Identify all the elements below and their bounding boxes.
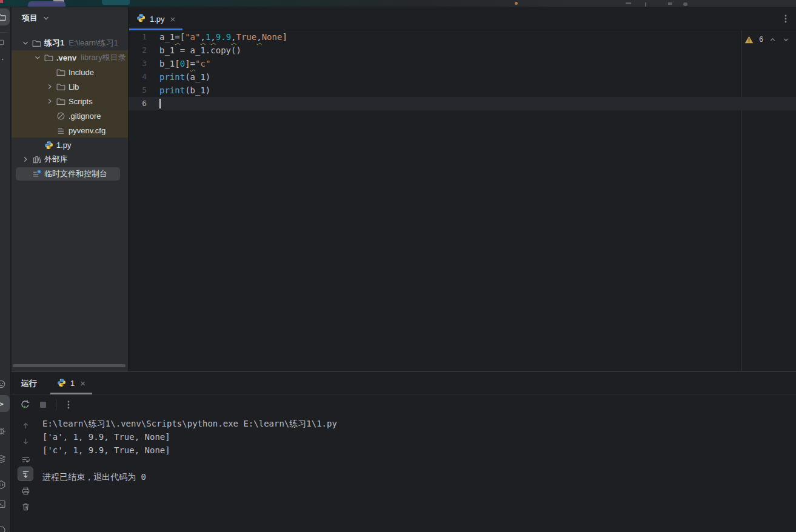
tree-item[interactable]: Include [12, 65, 128, 79]
project-panel-header[interactable]: 项目 [12, 7, 128, 29]
code-line: 1a_1=["a",1,9.9,True,None] [129, 30, 796, 44]
activity-button-services[interactable] [0, 450, 10, 467]
line-number[interactable]: 3 [129, 57, 153, 70]
line-number[interactable]: 4 [129, 70, 153, 84]
activity-button-terminal[interactable] [0, 496, 10, 513]
ab-layers-icon [0, 454, 6, 464]
activity-button-notifications[interactable] [0, 521, 10, 532]
prev-problem-chevron-up-icon[interactable] [769, 36, 777, 44]
divider [0, 32, 8, 33]
tree-item[interactable]: pyvenv.cfg [12, 123, 128, 138]
ab-circle-icon [0, 525, 6, 532]
project-tree: 练习1E:\learn\练习1.venvlibrary根目录IncludeLib… [12, 29, 128, 181]
code-token: "a" [185, 32, 200, 42]
console-output[interactable]: E:\learn\练习1\.venv\Scripts\python.exe E:… [39, 415, 337, 532]
chevron-down-icon[interactable] [42, 14, 50, 22]
run-tab[interactable]: 1 × [50, 372, 92, 394]
run-panel: 运行 1 × E:\learn\练习1\.venv\Scripts\python… [12, 371, 796, 532]
code-token: print [159, 72, 185, 82]
line-number[interactable]: 1 [129, 30, 153, 44]
tree-item-suffix: library根目录 [81, 52, 125, 63]
editor-tab-1py[interactable]: 1.py × [129, 7, 182, 30]
code-token: (b_1) [185, 85, 210, 95]
tree-item[interactable]: Lib [12, 79, 128, 94]
ab-prompt-icon: > [0, 398, 4, 409]
warning-count: 6 [759, 35, 763, 44]
code-line: 2b_1 = a_1.copy() [129, 44, 796, 57]
line-number[interactable]: 2 [129, 44, 153, 57]
editor-options-kebab-icon[interactable] [781, 14, 790, 24]
chevron-right-icon[interactable] [44, 97, 55, 105]
tree-item[interactable]: 1.py [12, 138, 128, 152]
arrow-down-icon[interactable] [18, 434, 33, 448]
activity-button-more-tools[interactable] [0, 51, 10, 68]
code-text: b_1[0]="c" [153, 57, 210, 70]
toolbar-artifact [626, 2, 631, 4]
next-problem-chevron-down-icon[interactable] [782, 36, 790, 44]
activity-bar: > [0, 7, 11, 532]
tree-item-label: Include [69, 68, 94, 77]
console-line: 进程已结束，退出代码为 0 [42, 470, 337, 484]
folder-icon [55, 97, 66, 106]
chevron-down-icon[interactable] [32, 53, 43, 62]
console-gutter [12, 415, 39, 532]
console: E:\learn\练习1\.venv\Scripts\python.exe E:… [12, 415, 796, 532]
editor-tabbar: 1.py × [129, 7, 796, 30]
folder-icon [43, 53, 54, 62]
code-token: 9.9 [216, 32, 231, 42]
horizontal-scrollbar[interactable] [13, 364, 125, 367]
rerun-icon[interactable] [20, 399, 30, 410]
library-icon [31, 155, 42, 164]
scrollend-icon[interactable] [18, 467, 33, 480]
desktop-artifact [28, 1, 65, 7]
code-token: b_1 = a_1.copy() [159, 45, 241, 55]
tab-close-icon[interactable]: × [170, 15, 176, 24]
line-number[interactable]: 5 [129, 84, 153, 97]
chevron-right-icon[interactable] [44, 82, 55, 91]
activity-button-problems[interactable] [0, 422, 10, 439]
tree-item[interactable]: 临时文件和控制台 [12, 167, 128, 181]
activity-button-run[interactable]: > [0, 395, 10, 412]
stop-icon[interactable] [38, 400, 48, 410]
code-token: , [210, 32, 215, 42]
print-icon[interactable] [18, 484, 33, 497]
arrow-up-icon[interactable] [18, 419, 33, 432]
activity-button-python-console[interactable] [0, 376, 10, 393]
python-run-icon [57, 378, 66, 389]
activity-button-project[interactable] [0, 8, 10, 25]
activity-button-python-packages[interactable] [0, 476, 10, 493]
tree-item[interactable]: .venvlibrary根目录 [12, 50, 128, 65]
chevron-down-icon[interactable] [20, 39, 31, 47]
code-token: ] [185, 59, 190, 68]
tree-item-label: 1.py [56, 141, 72, 150]
line-number[interactable]: 6 [129, 97, 153, 110]
code-token: , [200, 32, 205, 42]
python-icon [43, 141, 54, 150]
ab-square-icon [0, 39, 5, 46]
code-line: 4print(a_1) [129, 70, 796, 84]
run-header: 运行 1 × [12, 372, 796, 394]
tree-item[interactable]: 外部库 [12, 152, 128, 167]
trash-icon[interactable] [18, 500, 33, 513]
scratch-icon [31, 170, 42, 179]
chevron-right-icon[interactable] [20, 155, 31, 164]
python-file-icon [136, 13, 145, 24]
tree-item-label: .gitignore [69, 111, 101, 121]
softwrap-icon[interactable] [18, 453, 33, 466]
run-tab-close-icon[interactable]: × [80, 379, 85, 388]
tree-item[interactable]: .gitignore [12, 108, 128, 123]
tree-item-label: 临时文件和控制台 [44, 168, 107, 179]
toolbar-artifact [668, 2, 672, 5]
kebab-icon[interactable] [64, 400, 73, 410]
tree-item[interactable]: Scripts [12, 94, 128, 108]
code-token: None [262, 32, 283, 42]
code-editor[interactable]: 1a_1=["a",1,9.9,True,None]2b_1 = a_1.cop… [129, 30, 796, 371]
tree-item[interactable]: 练习1E:\learn\练习1 [12, 36, 128, 50]
project-panel-title: 项目 [22, 13, 38, 24]
inspections-widget[interactable]: 6 [744, 35, 790, 44]
run-panel-title: 运行 [21, 378, 37, 389]
activity-button-structure[interactable] [0, 34, 10, 51]
toolbar-separator [56, 399, 56, 410]
ab-console-icon [0, 379, 6, 389]
folder-icon [55, 68, 66, 77]
